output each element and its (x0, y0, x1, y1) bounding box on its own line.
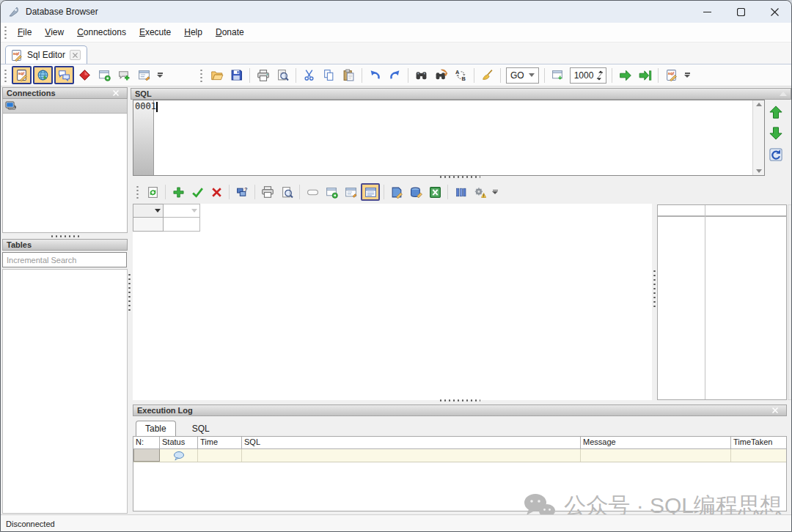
toolbar-grip[interactable] (4, 69, 7, 82)
form-button[interactable] (135, 66, 153, 84)
execution-log-close-button[interactable] (772, 407, 782, 413)
print-button[interactable] (254, 66, 272, 84)
save-button[interactable] (227, 66, 246, 84)
log-time-cell[interactable] (198, 449, 242, 462)
copy-button[interactable] (320, 66, 338, 84)
toolbar-grip[interactable] (200, 69, 203, 82)
tab-close-button[interactable] (70, 50, 81, 60)
refresh-button[interactable] (144, 183, 161, 201)
log-column-time[interactable]: Time (198, 437, 242, 448)
open-button[interactable] (208, 66, 226, 84)
log-status-cell[interactable] (160, 449, 198, 462)
log-column-timetaken[interactable]: TimeTaken (731, 437, 786, 448)
breakpoint-button[interactable] (76, 66, 94, 84)
tables-list[interactable] (2, 269, 128, 514)
menubar-grip[interactable] (4, 26, 7, 39)
log-column-n[interactable]: N: (133, 437, 160, 448)
move-up-button[interactable] (768, 104, 784, 120)
minimize-button[interactable] (690, 1, 724, 23)
edit-data-button[interactable] (388, 183, 406, 201)
move-down-button[interactable] (768, 125, 784, 141)
sql-script-button[interactable]: sql (662, 66, 681, 84)
copy-records-button[interactable]: ? (233, 183, 251, 201)
batch-separator-combobox[interactable]: GO (506, 67, 539, 84)
log-row-header-cell[interactable] (133, 449, 160, 462)
left-panel-resize-splitter[interactable] (128, 273, 131, 313)
left-panel-splitter[interactable] (2, 233, 128, 239)
grid-log-splitter[interactable] (439, 399, 480, 402)
grid-column-header[interactable] (133, 204, 164, 218)
tables-incremental-search-input[interactable] (2, 252, 127, 267)
replace-button[interactable]: AB (452, 66, 470, 84)
grid-column-header[interactable] (164, 204, 200, 218)
scroll-down-icon[interactable] (756, 169, 762, 173)
sql-text-area[interactable] (154, 100, 752, 175)
menu-donate[interactable]: Donate (210, 25, 250, 40)
settings-warning-button[interactable] (471, 183, 488, 201)
delete-row-button[interactable] (208, 183, 225, 201)
find-button[interactable] (412, 66, 430, 84)
log-tab-sql[interactable]: SQL (186, 421, 216, 436)
print-preview-button[interactable] (274, 66, 292, 84)
sql-grid-splitter[interactable] (439, 175, 480, 179)
comments-toggle-button[interactable] (54, 66, 74, 84)
toolbar-overflow-button[interactable] (157, 73, 163, 78)
sql-editor-toggle-button[interactable]: sql (12, 66, 32, 84)
detail-grid[interactable] (657, 204, 787, 400)
maximize-button[interactable] (724, 1, 758, 23)
grid-panel-splitter[interactable] (653, 270, 656, 309)
clean-button[interactable] (478, 66, 496, 84)
execute-button[interactable] (616, 66, 634, 84)
toolbar-overflow-button[interactable] (492, 190, 498, 195)
blob-view-button[interactable] (304, 183, 321, 201)
columns-button[interactable] (452, 183, 469, 201)
log-column-status[interactable]: Status (160, 437, 198, 448)
connections-list[interactable] (2, 114, 128, 233)
rows-window-button[interactable] (549, 66, 567, 84)
collapse-panel-icon[interactable] (780, 92, 787, 96)
browser-toggle-button[interactable] (33, 66, 53, 84)
max-rows-spinner[interactable]: 1000 (570, 67, 607, 84)
redo-button[interactable] (386, 66, 404, 84)
scroll-up-icon[interactable] (756, 103, 762, 106)
grid-view-button[interactable] (361, 183, 380, 201)
undo-button[interactable] (366, 66, 384, 84)
new-window-button[interactable] (95, 66, 114, 84)
log-tab-table[interactable]: Table (136, 421, 176, 436)
toolbar-overflow-button[interactable] (684, 73, 690, 78)
result-grid[interactable] (133, 204, 652, 400)
log-column-message[interactable]: Message (581, 437, 731, 448)
print-button[interactable] (259, 183, 276, 201)
fill-button[interactable] (407, 183, 425, 201)
sql-editor[interactable]: 0001 (133, 100, 765, 176)
new-window-button[interactable] (323, 183, 340, 201)
paste-button[interactable] (340, 66, 358, 84)
cut-button[interactable] (300, 66, 318, 84)
add-comment-button[interactable] (115, 66, 133, 84)
log-sql-cell[interactable] (242, 449, 581, 462)
print-preview-button[interactable] (278, 183, 296, 201)
log-message-cell[interactable] (581, 449, 731, 462)
commit-button[interactable] (188, 183, 206, 201)
menu-file[interactable]: File (12, 25, 37, 40)
export-excel-button[interactable] (426, 183, 444, 201)
menu-execute[interactable]: Execute (133, 25, 177, 40)
add-row-button[interactable] (169, 183, 187, 201)
log-column-sql[interactable]: SQL (242, 437, 581, 448)
grid-cell[interactable] (133, 218, 164, 232)
menu-view[interactable]: View (39, 25, 70, 40)
detail-grid-scrollbar[interactable] (788, 204, 792, 400)
filter-arrow-icon[interactable] (155, 209, 161, 213)
log-timetaken-cell[interactable] (731, 449, 786, 462)
close-button[interactable] (758, 1, 791, 23)
tab-sql-editor[interactable]: sql Sql Editor (5, 45, 87, 64)
connection-item[interactable] (2, 99, 128, 114)
sql-editor-scrollbar[interactable] (752, 100, 764, 175)
find-next-button[interactable] (432, 66, 450, 84)
menu-help[interactable]: Help (178, 25, 208, 40)
menu-connections[interactable]: Connections (71, 25, 132, 40)
reload-button[interactable] (768, 147, 784, 163)
form-view-button[interactable] (342, 183, 359, 201)
log-table-row[interactable] (133, 449, 786, 462)
connections-close-button[interactable] (113, 90, 123, 96)
